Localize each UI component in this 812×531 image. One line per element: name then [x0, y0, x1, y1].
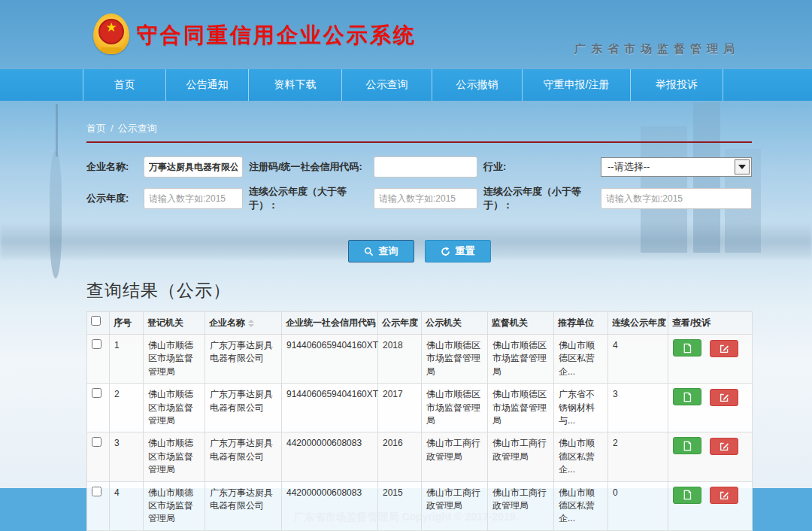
edit-pencil-icon [720, 441, 729, 451]
reset-button[interactable]: 重置 [425, 240, 491, 262]
col-credit-code: 企业统一社会信用代码 [282, 312, 378, 335]
complaint-button[interactable] [710, 487, 738, 504]
consecutive-le-label: 连续公示年度（小于等于）： [483, 185, 595, 211]
consecutive-ge-label: 连续公示年度（大于等于）： [249, 185, 368, 211]
form-actions: 查询 重置 [86, 240, 752, 262]
cell-supervision-org: 佛山市顺德区市场监督管理局 [488, 335, 554, 384]
cell-consecutive-years: 4 [608, 335, 668, 384]
cell-consecutive-years: 3 [608, 384, 668, 432]
file-icon [683, 490, 692, 500]
consecutive-ge-input[interactable] [374, 188, 477, 209]
row-checkbox[interactable] [92, 487, 102, 496]
cell-year: 2016 [378, 432, 422, 481]
main-nav: 首页 公告通知 资料下载 公示查询 公示撤销 守重申报/注册 举报投诉 [0, 69, 812, 101]
col-seq: 序号 [110, 312, 144, 335]
cell-recommender: 佛山市顺德区私营企... [554, 432, 608, 481]
row-checkbox[interactable] [92, 388, 102, 398]
search-icon [364, 247, 374, 256]
sort-carets-icon [248, 320, 254, 327]
nav-item-home[interactable]: 首页 [83, 69, 165, 101]
cell-credit-code: 9144060659404160XT [282, 335, 378, 384]
cell-seq: 3 [110, 432, 144, 481]
breadcrumb-home-link[interactable]: 首页 [86, 123, 106, 134]
row-checkbox[interactable] [92, 339, 102, 349]
view-button[interactable] [673, 487, 701, 504]
breadcrumb-separator: / [111, 123, 114, 134]
complaint-button[interactable] [710, 438, 738, 455]
cell-recommender: 佛山市顺德区私营企... [554, 481, 608, 530]
cell-company: 广东万事达厨具电器有限公司 [205, 432, 282, 481]
nav-item-announcements[interactable]: 公告通知 [165, 69, 248, 101]
nav-item-publicity-query[interactable]: 公示查询 [341, 69, 432, 101]
cell-publicity-org: 佛山市顺德区市场监督管理局 [422, 335, 488, 384]
row-checkbox[interactable] [92, 437, 102, 447]
file-icon [683, 392, 692, 402]
col-company-name[interactable]: 企业名称 [205, 312, 282, 335]
edit-pencil-icon [720, 344, 729, 353]
cell-publicity-org: 佛山市工商行政管理局 [422, 432, 488, 481]
page: ★ 守合同重信用企业公示系统 广东省市场监督管理局 首页 公告通知 资料下载 公… [0, 0, 812, 531]
nav-item-publicity-revocation[interactable]: 公示撤销 [432, 69, 522, 101]
table-row: 4 佛山市顺德区市场监督管理局 广东万事达厨具电器有限公司 4420000006… [87, 481, 753, 530]
cell-year: 2015 [378, 481, 422, 530]
results-table: 序号 登记机关 企业名称 企业统一社会信用代码 公示年度 公示机关 监督机关 推… [86, 311, 753, 531]
cell-company: 广东万事达厨具电器有限公司 [205, 335, 282, 384]
cell-credit-code: 9144060659404160XT [282, 384, 378, 432]
industry-select[interactable]: --请选择-- [601, 157, 752, 177]
file-icon [683, 343, 692, 353]
cell-supervision-org: 佛山市顺德区市场监督管理局 [488, 384, 554, 432]
results-title: 查询结果（公示） [86, 279, 752, 302]
breadcrumb-current: 公示查询 [118, 123, 157, 134]
view-button[interactable] [673, 339, 701, 357]
cell-recommender: 佛山市顺德区私营企... [554, 335, 608, 384]
background-tower-spike [56, 104, 58, 156]
nav-item-declare-register[interactable]: 守重申报/注册 [522, 69, 630, 101]
select-all-checkbox[interactable] [91, 316, 101, 326]
publicity-year-label: 公示年度: [86, 192, 138, 205]
view-button[interactable] [673, 388, 701, 405]
system-title: 守合同重信用企业公示系统 [137, 21, 417, 50]
complaint-button[interactable] [710, 389, 738, 406]
complaint-button[interactable] [710, 340, 738, 357]
edit-pencil-icon [720, 490, 729, 500]
edit-pencil-icon [720, 393, 729, 402]
col-registration-org: 登记机关 [144, 312, 205, 335]
cell-consecutive-years: 0 [608, 481, 668, 530]
breadcrumb-divider [86, 141, 752, 143]
col-supervision-org: 监督机关 [488, 312, 554, 335]
nav-item-report-complaint[interactable]: 举报投诉 [630, 69, 723, 101]
cell-company: 广东万事达厨具电器有限公司 [205, 481, 282, 530]
consecutive-le-input[interactable] [601, 188, 752, 209]
background-canton-tower [50, 150, 62, 278]
table-header-row: 序号 登记机关 企业名称 企业统一社会信用代码 公示年度 公示机关 监督机关 推… [87, 312, 753, 335]
company-name-input[interactable] [144, 156, 243, 178]
query-button[interactable]: 查询 [348, 240, 414, 262]
cell-year: 2018 [378, 335, 422, 384]
col-publicity-org: 公示机关 [422, 312, 488, 335]
table-row: 3 佛山市顺德区市场监督管理局 广东万事达厨具电器有限公司 4420000006… [87, 432, 753, 481]
refresh-icon [441, 247, 450, 256]
cell-registration-org: 佛山市顺德区市场监督管理局 [144, 432, 205, 481]
col-consecutive-years: 连续公示年度 [608, 312, 668, 335]
publicity-year-input[interactable] [144, 188, 243, 209]
col-recommender: 推荐单位 [554, 312, 608, 335]
cell-recommender: 广东省不锈钢材料与... [554, 384, 608, 432]
view-button[interactable] [673, 437, 701, 454]
breadcrumb: 首页/公示查询 [86, 122, 752, 135]
cell-credit-code: 442000000608083 [282, 432, 378, 481]
agency-name: 广东省市场监督管理局 [574, 42, 740, 56]
cell-publicity-org: 佛山市工商行政管理局 [422, 481, 488, 530]
industry-label: 行业: [483, 160, 595, 174]
col-year: 公示年度 [378, 312, 422, 335]
cell-seq: 4 [110, 481, 144, 530]
main-content: 首页/公示查询 企业名称: 注册码/统一社会信用代码: 行业: --请选择-- … [86, 101, 752, 531]
table-row: 1 佛山市顺德区市场监督管理局 广东万事达厨具电器有限公司 9144060659… [87, 335, 753, 384]
cell-registration-org: 佛山市顺德区市场监督管理局 [144, 335, 205, 384]
col-view-complaint: 查看/投诉 [668, 312, 753, 335]
cell-consecutive-years: 2 [608, 432, 668, 481]
company-name-label: 企业名称: [86, 160, 138, 174]
nav-item-downloads[interactable]: 资料下载 [248, 69, 341, 101]
cell-supervision-org: 佛山市工商行政管理局 [488, 432, 554, 481]
credit-code-input[interactable] [374, 156, 477, 178]
cell-seq: 2 [110, 384, 144, 432]
